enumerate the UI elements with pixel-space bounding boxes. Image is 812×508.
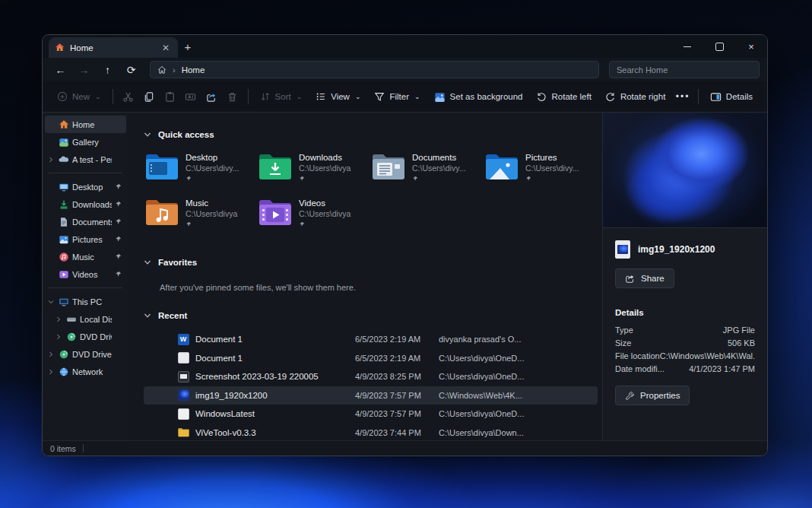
hard-drive-icon	[65, 313, 77, 325]
sidebar-item-gallery[interactable]: Gallery	[45, 133, 126, 151]
search-box[interactable]	[609, 61, 760, 78]
chevron-down-icon: ⌄	[355, 93, 361, 100]
chevron-down-icon[interactable]	[47, 299, 55, 305]
forward-button[interactable]: →	[74, 61, 94, 79]
rename-button[interactable]	[180, 85, 201, 108]
detail-field-size: Size 506 KB	[603, 336, 767, 349]
chevron-right-icon[interactable]	[55, 334, 62, 340]
recent-row-document1[interactable]: Document 1 6/5/2023 2:19 AM C:\Users\div…	[144, 349, 598, 368]
filter-button[interactable]: Filter⌄	[367, 85, 427, 108]
sidebar-item-pictures[interactable]: Pictures	[45, 230, 126, 248]
rotate-right-button[interactable]: Rotate right	[598, 85, 672, 108]
word-file-icon: W	[178, 334, 189, 345]
pin-icon	[115, 271, 123, 278]
chevron-right-icon[interactable]	[47, 369, 55, 375]
onedrive-cloud-icon	[58, 154, 69, 165]
sidebar-divider	[49, 287, 122, 288]
pin-icon	[299, 176, 350, 182]
tile-videos[interactable]: Videos C:\Users\divya	[259, 196, 372, 236]
delete-button[interactable]	[222, 85, 243, 108]
search-input[interactable]	[617, 65, 752, 75]
chevron-right-icon[interactable]	[47, 157, 55, 163]
cut-button[interactable]	[118, 85, 139, 108]
pictures-icon	[58, 233, 69, 245]
favorites-header[interactable]: Favorites	[144, 254, 602, 271]
sort-button[interactable]: Sort⌄	[253, 85, 309, 108]
downloads-icon	[58, 198, 69, 210]
sidebar-item-videos[interactable]: Videos	[45, 265, 126, 283]
tab-home[interactable]: Home ✕	[49, 37, 178, 58]
close-button[interactable]: ×	[735, 35, 767, 58]
address-bar[interactable]: › Home	[150, 61, 599, 78]
detail-field-location: File location C:\Windows\Web\4K\Wal...	[603, 349, 767, 362]
share-button[interactable]: Share	[615, 268, 674, 288]
tab-bar: Home ✕ + ×	[43, 35, 767, 58]
sidebar-item-this-pc[interactable]: This PC	[45, 293, 126, 310]
rotate-left-button[interactable]: Rotate left	[529, 85, 598, 108]
file-explorer-window: Home ✕ + × ← → ↑ ⟳ › Home New⌄	[42, 34, 768, 456]
recent-row-img19-selected[interactable]: img19_1920x1200 4/9/2023 7:57 PM C:\Wind…	[144, 386, 598, 405]
new-tab-button[interactable]: +	[178, 38, 198, 58]
music-icon	[58, 251, 69, 262]
sidebar-item-documents[interactable]: Documents	[45, 213, 126, 230]
sidebar-item-home[interactable]: Home	[45, 116, 126, 133]
up-button[interactable]: ↑	[97, 61, 118, 79]
image-preview	[603, 113, 767, 228]
breadcrumb[interactable]: Home	[182, 65, 205, 75]
navigation-sidebar: Home Gallery A test - Personal Desktop	[43, 113, 128, 440]
breadcrumb-home-icon[interactable]	[157, 65, 167, 75]
properties-button[interactable]: Properties	[615, 386, 690, 405]
breadcrumb-chevron-icon: ›	[173, 65, 176, 75]
minimize-button[interactable]	[671, 35, 703, 58]
maximize-button[interactable]	[703, 35, 735, 58]
details-pane-toggle[interactable]: Details	[703, 85, 760, 108]
window-controls: ×	[671, 35, 767, 58]
new-button[interactable]: New⌄	[50, 85, 108, 108]
chevron-right-icon[interactable]	[55, 316, 62, 322]
recent-row-screenshot[interactable]: Screenshot 2023-03-19 220005 4/9/2023 8:…	[144, 367, 598, 386]
tile-documents[interactable]: Documents C:\Users\divy...	[372, 151, 485, 190]
copy-button[interactable]	[138, 85, 160, 108]
tile-pictures[interactable]: Pictures C:\Users\divy...	[485, 151, 598, 190]
share-button-toolbar[interactable]	[201, 85, 223, 108]
chevron-down-icon[interactable]	[144, 259, 151, 266]
refresh-button[interactable]: ⟳	[121, 61, 141, 79]
back-button[interactable]: ←	[50, 61, 71, 79]
paste-button[interactable]	[160, 85, 181, 108]
recent-row-document1-word[interactable]: W Document 1 6/5/2023 2:19 AM divyanka p…	[144, 330, 598, 349]
sidebar-item-local-disk-c[interactable]: Local Disk (C:)	[45, 310, 126, 328]
document-file-icon	[178, 352, 189, 364]
tile-music[interactable]: Music C:\Users\divya	[145, 196, 259, 236]
chevron-down-icon[interactable]	[144, 312, 151, 319]
sidebar-item-dvd-drive-1[interactable]: DVD Drive (D:) CC	[45, 328, 126, 345]
chevron-right-icon[interactable]	[47, 351, 55, 357]
image-file-icon	[178, 408, 189, 420]
tile-desktop[interactable]: Desktop C:\Users\divy...	[145, 151, 259, 190]
recent-row-windowslatest[interactable]: WindowsLatest 4/9/2023 7:57 PM C:\Users\…	[144, 405, 598, 424]
home-icon	[55, 43, 65, 52]
view-button[interactable]: View⌄	[309, 85, 367, 108]
recent-header[interactable]: Recent	[144, 307, 602, 324]
tile-downloads[interactable]: Downloads C:\Users\divya	[259, 151, 372, 190]
set-as-background-button[interactable]: Set as background	[427, 85, 530, 108]
dvd-drive-icon	[58, 348, 69, 360]
sidebar-item-dvd-drive-2[interactable]: DVD Drive (D:) CCC	[45, 345, 126, 363]
detail-field-date-modified: Date modifi... 4/1/2023 1:47 PM	[603, 362, 767, 375]
quick-access-header[interactable]: Quick access	[144, 126, 602, 143]
details-pane: img19_1920x1200 Share Details Type JPG F…	[602, 113, 767, 440]
pin-icon	[186, 176, 239, 182]
sidebar-item-music[interactable]: Music	[45, 248, 126, 265]
downloads-folder-icon	[259, 152, 292, 181]
see-more-button[interactable]: •••	[672, 85, 693, 108]
recent-row-vivetool[interactable]: ViVeTool-v0.3.3 4/9/2023 7:44 PM C:\User…	[144, 424, 598, 443]
sidebar-item-downloads[interactable]: Downloads	[45, 195, 126, 213]
close-tab-icon[interactable]: ✕	[160, 42, 172, 54]
status-bar: 0 items	[43, 440, 767, 456]
sidebar-item-network[interactable]: Network	[45, 363, 126, 380]
sidebar-item-onedrive[interactable]: A test - Personal	[45, 151, 126, 168]
chevron-down-icon[interactable]	[144, 131, 151, 138]
dvd-drive-icon	[65, 331, 77, 342]
sidebar-item-desktop[interactable]: Desktop	[45, 178, 126, 195]
pin-icon	[186, 221, 237, 227]
chevron-down-icon: ⌄	[414, 93, 420, 100]
